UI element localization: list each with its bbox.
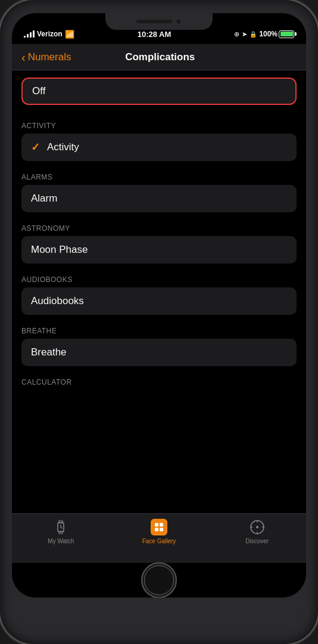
- list-item-audiobooks[interactable]: Audiobooks: [21, 287, 297, 315]
- svg-rect-5: [155, 523, 158, 527]
- location-icon: ⊕: [234, 30, 239, 38]
- face-gallery-tab-label: Face Gallery: [142, 538, 176, 544]
- camera: [176, 18, 182, 24]
- my-watch-icon: [52, 519, 69, 535]
- list-item-breathe[interactable]: Breathe: [21, 339, 297, 366]
- section-items-astronomy: Moon Phase: [21, 236, 297, 264]
- svg-rect-6: [160, 523, 163, 527]
- face-gallery-icon: [151, 519, 167, 535]
- speaker: [136, 20, 172, 23]
- discover-tab-label: Discover: [245, 538, 269, 544]
- alarm-label: Alarm: [31, 193, 57, 205]
- svg-rect-8: [160, 528, 163, 531]
- off-label: Off: [32, 85, 45, 97]
- carrier-label: Verizon: [37, 30, 63, 38]
- svg-point-10: [256, 526, 258, 528]
- section-items-audiobooks: Audiobooks: [21, 287, 297, 315]
- home-button-area: [12, 563, 306, 597]
- section-astronomy: ASTRONOMY Moon Phase: [12, 215, 306, 264]
- section-audiobooks: AUDIOBOOKS Audiobooks: [12, 266, 306, 315]
- audiobooks-label: Audiobooks: [31, 295, 84, 307]
- list-item-alarm[interactable]: Alarm: [21, 185, 297, 212]
- content-area: Off ACTIVITY ✓ Activity ALARMS Alarm: [12, 70, 306, 513]
- page-title: Complications: [71, 51, 249, 63]
- status-time: 10:28 AM: [138, 30, 172, 39]
- section-header-astronomy: ASTRONOMY: [12, 215, 306, 236]
- tab-discover[interactable]: Discover: [208, 519, 306, 544]
- svg-rect-1: [59, 521, 63, 523]
- discover-icon: [249, 519, 266, 535]
- section-header-activity: ACTIVITY: [12, 112, 306, 134]
- home-button[interactable]: [141, 562, 177, 597]
- lock-icon: 🔒: [250, 31, 257, 38]
- battery-indicator: 100%: [259, 30, 294, 38]
- wifi-icon: 📶: [65, 30, 74, 39]
- section-items-alarms: Alarm: [21, 185, 297, 212]
- phone-frame: Verizon 📶 10:28 AM ⊕ ➤ 🔒 100% ‹ Numer: [0, 0, 318, 644]
- navigation-bar: ‹ Numerals Complications: [12, 44, 306, 70]
- phone-screen: Verizon 📶 10:28 AM ⊕ ➤ 🔒 100% ‹ Numer: [12, 13, 306, 597]
- svg-rect-2: [59, 531, 63, 534]
- off-option[interactable]: Off: [21, 78, 297, 105]
- breathe-label: Breathe: [31, 346, 67, 358]
- moon-phase-label: Moon Phase: [31, 244, 88, 256]
- tab-bar: My Watch Face Gallery: [12, 513, 306, 563]
- section-header-breathe: BREATHE: [12, 317, 306, 339]
- section-alarms: ALARMS Alarm: [12, 163, 306, 212]
- notch: [105, 13, 213, 30]
- battery-pct-label: 100%: [259, 30, 278, 38]
- section-calculator: CALCULATOR: [12, 369, 306, 390]
- my-watch-tab-label: My Watch: [48, 538, 74, 544]
- status-right: ⊕ ➤ 🔒 100%: [234, 30, 294, 38]
- status-left: Verizon 📶: [24, 30, 74, 39]
- back-chevron-icon: ‹: [21, 51, 26, 63]
- section-header-calculator: CALCULATOR: [12, 369, 306, 390]
- back-label: Numerals: [28, 51, 71, 63]
- back-button[interactable]: ‹ Numerals: [21, 51, 71, 63]
- checkmark-icon: ✓: [31, 141, 40, 154]
- activity-label: Activity: [47, 141, 79, 153]
- section-items-activity: ✓ Activity: [21, 134, 297, 161]
- section-header-audiobooks: AUDIOBOOKS: [12, 266, 306, 287]
- list-item-moon-phase[interactable]: Moon Phase: [21, 236, 297, 264]
- bottom-spacer: [12, 390, 306, 402]
- signal-icon: [24, 30, 35, 38]
- tab-my-watch[interactable]: My Watch: [12, 519, 110, 544]
- svg-rect-7: [155, 528, 158, 531]
- section-activity: ACTIVITY ✓ Activity: [12, 112, 306, 161]
- list-item-activity[interactable]: ✓ Activity: [21, 134, 297, 161]
- section-breathe: BREATHE Breathe: [12, 317, 306, 366]
- svg-line-4: [61, 527, 62, 528]
- arrow-icon: ➤: [242, 30, 247, 38]
- section-items-breathe: Breathe: [21, 339, 297, 366]
- tab-face-gallery[interactable]: Face Gallery: [110, 519, 208, 544]
- section-header-alarms: ALARMS: [12, 163, 306, 185]
